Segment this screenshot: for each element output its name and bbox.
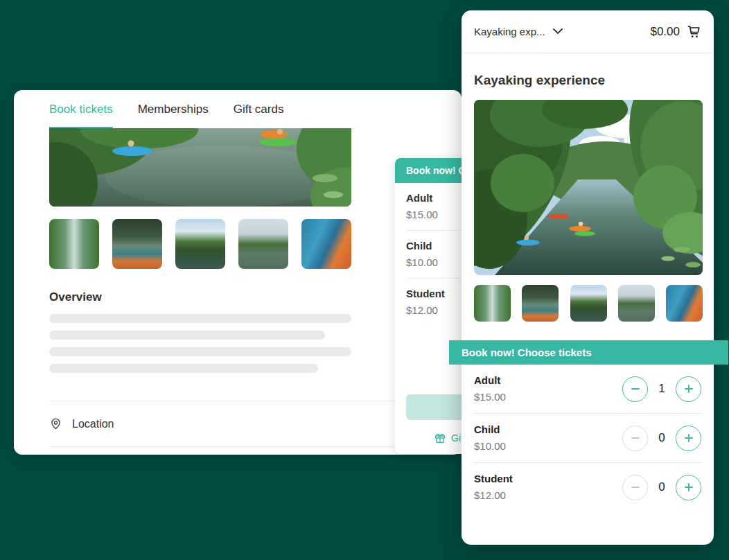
page-background: Book tickets Memberships Gift cards: [0, 0, 729, 560]
kayak-river-photo: [474, 100, 703, 275]
quantity-stepper: 1: [622, 376, 701, 402]
event-selector-label: Kayaking exp...: [474, 26, 545, 37]
tab-gift-cards[interactable]: Gift cards: [234, 90, 284, 128]
ticket-price: $12.00: [474, 489, 513, 502]
widget-header: Kayaking exp... $0.00: [462, 10, 714, 53]
skeleton-line: [49, 314, 351, 323]
skeleton-line: [49, 331, 325, 340]
map-pin-icon: [49, 417, 62, 430]
skeleton-line: [49, 347, 351, 356]
photo-thumbnail-kayaks[interactable]: [301, 219, 351, 269]
location-accordion[interactable]: Location: [49, 401, 426, 447]
photo-thumbnail-lake[interactable]: [570, 285, 607, 322]
event-photo-main[interactable]: [474, 100, 703, 275]
chevron-down-icon: [553, 28, 563, 35]
quantity-value: 0: [653, 431, 671, 445]
cart-total: $0.00: [650, 25, 680, 39]
decrease-quantity-button[interactable]: [622, 376, 648, 402]
ticket-row-child: Child $10.00 0: [474, 414, 701, 463]
ticket-name: Student: [474, 472, 513, 486]
quantity-stepper: 0: [622, 475, 701, 500]
overview-placeholder-text: [49, 314, 426, 373]
increase-quantity-button[interactable]: [676, 426, 701, 451]
decrease-quantity-button[interactable]: [622, 475, 648, 500]
skeleton-line: [49, 364, 318, 373]
ticket-name: Adult: [474, 374, 506, 387]
event-selector-dropdown[interactable]: Kayaking exp...: [474, 26, 563, 37]
photo-thumbnail-strip: [474, 285, 703, 322]
tab-memberships[interactable]: Memberships: [138, 90, 209, 128]
ticket-price: $10.00: [474, 439, 506, 453]
ticket-info: Adult $15.00: [474, 374, 506, 404]
tab-book-tickets[interactable]: Book tickets: [49, 90, 113, 128]
booking-widget-panel: Kayaking exp... $0.00: [462, 10, 714, 545]
photo-thumbnail-river[interactable]: [474, 285, 511, 322]
ticket-info: Student $12.00: [474, 472, 513, 502]
photo-thumbnail-kayaks[interactable]: [666, 285, 703, 322]
ticket-list: Adult $15.00 1 Child $10.00: [462, 365, 714, 511]
photo-thumbnail-river[interactable]: [49, 219, 99, 269]
quantity-value: 1: [653, 382, 671, 396]
increase-quantity-button[interactable]: [676, 376, 701, 402]
photo-thumbnail-group[interactable]: [238, 219, 288, 269]
decrease-quantity-button[interactable]: [622, 426, 648, 451]
increase-quantity-button[interactable]: [676, 475, 701, 500]
event-title: Kayaking experience: [474, 72, 701, 89]
photo-thumbnail-group[interactable]: [618, 285, 655, 322]
cart-icon: [686, 24, 701, 40]
event-photo-main[interactable]: [49, 128, 351, 207]
choose-tickets-banner: Book now! Choose tickets: [449, 340, 728, 365]
storefront-tabs: Book tickets Memberships Gift cards: [14, 90, 462, 128]
gift-icon: [434, 432, 446, 444]
cart-summary[interactable]: $0.00: [650, 24, 701, 40]
ticket-info: Child $10.00: [474, 423, 506, 453]
photo-thumbnail-paddler[interactable]: [112, 219, 162, 269]
photo-thumbnail-strip: [49, 219, 351, 269]
photo-thumbnail-paddler[interactable]: [522, 285, 559, 322]
quantity-stepper: 0: [622, 426, 701, 451]
overview-title: Overview: [49, 290, 426, 305]
ticket-price: $15.00: [474, 390, 506, 404]
kayak-river-photo: [49, 128, 351, 207]
photo-thumbnail-lake[interactable]: [175, 219, 225, 269]
ticket-name: Child: [474, 423, 506, 437]
ticket-row-student: Student $12.00 0: [474, 463, 701, 511]
quantity-value: 0: [653, 480, 671, 494]
ticket-row-adult: Adult $15.00 1: [474, 365, 701, 414]
location-label: Location: [72, 418, 114, 430]
